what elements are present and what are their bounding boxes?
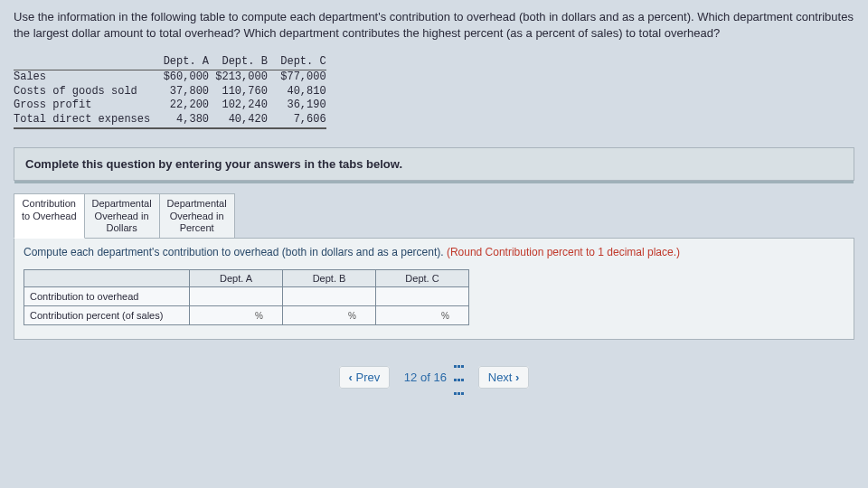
instruction-bar: Complete this question by entering your … — [14, 147, 854, 181]
input-contrib-a[interactable] — [195, 290, 253, 303]
col-header: Dept. B — [283, 269, 376, 286]
prev-label: Prev — [356, 371, 381, 384]
row-label: Contribution percent (of sales) — [24, 305, 190, 324]
tab-label: Percent — [180, 222, 214, 233]
row-label: Contribution to overhead — [24, 286, 190, 305]
position-indicator: 12 of 16 — [404, 371, 467, 384]
tab-dept-dollars[interactable]: Departmental Overhead in Dollars — [84, 193, 160, 239]
input-contrib-b[interactable] — [288, 290, 346, 303]
table-row: Contribution percent (of sales) % % % — [24, 305, 469, 324]
table-row: Contribution to overhead — [24, 286, 469, 305]
grid-icon[interactable] — [453, 358, 464, 399]
tab-body: Compute each department's contribution t… — [14, 238, 854, 340]
tab-contribution[interactable]: Contribution to Overhead — [14, 193, 85, 239]
question-text: Use the information in the following tab… — [14, 9, 854, 42]
next-button[interactable]: Next › — [478, 366, 530, 389]
tab-label: to Overhead — [22, 211, 77, 221]
sub-instruction: Compute each department's contribution t… — [24, 246, 844, 258]
percent-symbol: % — [348, 311, 356, 321]
answer-table: Dept. A Dept. B Dept. C Contribution to … — [24, 269, 469, 325]
chevron-right-icon: › — [515, 371, 519, 384]
pos-total: 16 — [433, 371, 446, 384]
chevron-left-icon: ‹ — [349, 371, 353, 384]
input-pct-b[interactable] — [288, 309, 346, 322]
tab-label: Contribution — [23, 198, 76, 209]
col-header: Dept. A — [190, 269, 283, 286]
tab-dept-percent[interactable]: Departmental Overhead in Percent — [159, 193, 235, 239]
tab-label: Departmental — [167, 198, 227, 209]
tab-label: Overhead in — [95, 211, 149, 221]
tab-strip: Contribution to Overhead Departmental Ov… — [14, 193, 854, 239]
pos-current: 12 — [404, 371, 417, 384]
tab-label: Dollars — [106, 222, 137, 233]
next-label: Next — [488, 371, 513, 384]
input-contrib-c[interactable] — [382, 290, 439, 303]
nav-bar: ‹ Prev 12 of 16 Next › — [14, 358, 854, 399]
percent-symbol: % — [441, 311, 449, 321]
tab-label: Departmental — [92, 198, 152, 209]
prev-button[interactable]: ‹ Prev — [339, 366, 391, 389]
col-header: Dept. C — [376, 269, 469, 286]
pos-of: of — [420, 371, 430, 384]
data-table: Dept. A Dept. B Dept. C Sales $60,000 $2… — [14, 55, 854, 129]
tab-label: Overhead in — [170, 211, 224, 221]
percent-symbol: % — [255, 311, 263, 321]
sub-instruction-main: Compute each department's contribution t… — [24, 246, 447, 258]
sub-instruction-note: (Round Contribution percent to 1 decimal… — [447, 246, 680, 258]
input-pct-c[interactable] — [382, 309, 439, 322]
input-pct-a[interactable] — [195, 309, 253, 322]
